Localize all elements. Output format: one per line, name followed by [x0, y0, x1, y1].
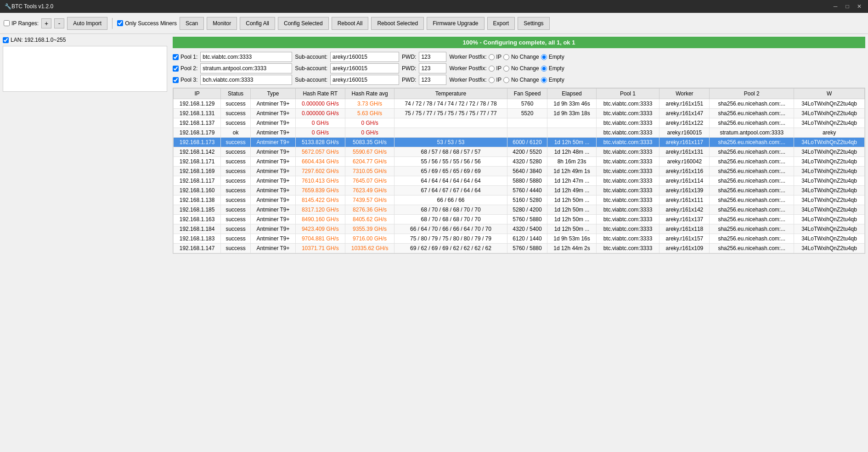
cell-status: success — [221, 176, 251, 186]
pool-1-ip-label[interactable]: IP — [489, 54, 502, 60]
pool-2-checkbox-label[interactable]: Pool 2: — [173, 65, 197, 72]
table-row[interactable]: 192.168.1.147 success Antminer T9+ 10371… — [174, 244, 865, 253]
cell-worker: areky.r161x157 — [659, 234, 710, 244]
ip-ranges-checkbox-label[interactable]: IP Ranges: — [4, 20, 39, 27]
cell-w: 34LoTWxihQnZ2tu4qb — [794, 186, 865, 195]
cell-elapsed: 1d 12h 44m 2s — [547, 244, 596, 253]
pool-1-ip-radio[interactable] — [489, 54, 495, 60]
only-success-miners-checkbox[interactable] — [117, 20, 123, 26]
pool-2-empty-radio[interactable] — [541, 66, 547, 72]
pool-3-ip-label[interactable]: IP — [489, 77, 502, 83]
table-row[interactable]: 192.168.1.142 success Antminer T9+ 5672.… — [174, 147, 865, 157]
pool-2-nochange-radio[interactable] — [503, 66, 509, 72]
table-row[interactable]: 192.168.1.184 success Antminer T9+ 9423.… — [174, 224, 865, 234]
table-row[interactable]: 192.168.1.131 success Antminer T9+ 0.000… — [174, 109, 865, 118]
pool-2-empty-label[interactable]: Empty — [541, 65, 564, 72]
pool-1-checkbox[interactable] — [173, 54, 179, 60]
remove-ip-button[interactable]: - — [54, 18, 64, 28]
export-button[interactable]: Export — [487, 17, 515, 30]
table-row[interactable]: 192.168.1.160 success Antminer T9+ 7659.… — [174, 186, 865, 195]
pool-2-ip-radio[interactable] — [489, 66, 495, 72]
pool-3-checkbox-label[interactable]: Pool 3: — [173, 77, 197, 83]
pool-1-sub-input[interactable] — [330, 52, 399, 62]
pool-3-ip-radio[interactable] — [489, 77, 495, 83]
cell-temp: 74 / 72 / 78 / 74 / 74 / 72 / 72 / 78 / … — [395, 99, 507, 109]
settings-button[interactable]: Settings — [518, 17, 549, 30]
lan-entry-label[interactable]: LAN: 192.168.1.0~255 — [3, 37, 167, 43]
cell-fan — [507, 128, 547, 138]
cell-elapsed: 1d 9h 33m 18s — [547, 109, 596, 118]
table-row[interactable]: 192.168.1.179 ok Antminer T9+ 0 GH/s 0 G… — [174, 128, 865, 138]
pool-2-url-input[interactable] — [200, 63, 292, 73]
cell-status: success — [221, 186, 251, 195]
table-row[interactable]: 192.168.1.137 success Antminer T9+ 0 GH/… — [174, 118, 865, 128]
pool-3-url-input[interactable] — [200, 75, 292, 85]
col-status: Status — [221, 89, 251, 99]
cell-pool1: btc.viabtc.com:3333 — [596, 109, 659, 118]
pool-2-pwd-input[interactable] — [419, 63, 446, 73]
firmware-upgrade-button[interactable]: Firmware Upgrade — [427, 17, 484, 30]
pool-3-pwd-input[interactable] — [419, 75, 446, 85]
cell-ip: 192.168.1.117 — [174, 176, 221, 186]
table-row[interactable]: 192.168.1.183 success Antminer T9+ 9704.… — [174, 234, 865, 244]
table-row[interactable]: 192.168.1.129 success Antminer T9+ 0.000… — [174, 99, 865, 109]
only-success-miners-label[interactable]: Only Success Miners — [117, 20, 177, 27]
pool-1-pwd-input[interactable] — [419, 52, 446, 62]
cell-pool1: btc.viabtc.com:3333 — [596, 186, 659, 195]
cell-pool1: btc.viabtc.com:3333 — [596, 147, 659, 157]
cell-hash-rt: 7610.413 GH/s — [295, 176, 345, 186]
table-row[interactable]: 192.168.1.138 success Antminer T9+ 8145.… — [174, 195, 865, 205]
auto-import-button[interactable]: Auto Import — [67, 17, 107, 30]
pool-1-empty-label[interactable]: Empty — [541, 54, 564, 60]
table-row[interactable]: 192.168.1.185 success Antminer T9+ 8317.… — [174, 205, 865, 215]
cell-hash-avg: 0 GH/s — [345, 128, 395, 138]
cell-pool1: btc.viabtc.com:3333 — [596, 195, 659, 205]
pool-3-empty-label[interactable]: Empty — [541, 77, 564, 83]
pool-2-sub-input[interactable] — [330, 63, 399, 73]
maximize-button[interactable]: □ — [843, 2, 851, 11]
cell-hash-rt: 8145.422 GH/s — [295, 195, 345, 205]
pool-3-sub-input[interactable] — [330, 75, 399, 85]
reboot-selected-button[interactable]: Reboot Selected — [371, 17, 424, 30]
config-selected-button[interactable]: Config Selected — [278, 17, 329, 30]
pool-1-empty-radio[interactable] — [541, 54, 547, 60]
table-row[interactable]: 192.168.1.173 success Antminer T9+ 5133.… — [174, 138, 865, 147]
table-header: IP Status Type Hash Rate RT Hash Rate av… — [174, 89, 865, 99]
config-all-button[interactable]: Config All — [240, 17, 275, 30]
table-container[interactable]: IP Status Type Hash Rate RT Hash Rate av… — [173, 88, 865, 254]
pool-3-checkbox[interactable] — [173, 77, 179, 83]
ip-ranges-checkbox[interactable] — [4, 20, 10, 26]
pool-2-ip-label[interactable]: IP — [489, 65, 502, 72]
cell-ip: 192.168.1.137 — [174, 118, 221, 128]
minimize-button[interactable]: ─ — [831, 2, 840, 11]
table-row[interactable]: 192.168.1.171 success Antminer T9+ 6604.… — [174, 157, 865, 167]
pool-1-worker-postfix: Worker Postfix: IP No Change Empty — [449, 54, 564, 60]
pool-1-nochange-label[interactable]: No Change — [503, 54, 539, 60]
pool-3-empty-radio[interactable] — [541, 77, 547, 83]
table-row[interactable]: 192.168.1.117 success Antminer T9+ 7610.… — [174, 176, 865, 186]
pool-1-url-input[interactable] — [200, 52, 292, 62]
pool-2-nochange-label[interactable]: No Change — [503, 65, 539, 72]
cell-ip: 192.168.1.129 — [174, 99, 221, 109]
pool-3-nochange-label[interactable]: No Change — [503, 77, 539, 83]
cell-pool2: sha256.eu.nicehash.com:... — [710, 215, 794, 224]
reboot-all-button[interactable]: Reboot All — [332, 17, 369, 30]
pool-1-ip-text: IP — [496, 54, 502, 60]
pool-2-checkbox[interactable] — [173, 66, 179, 72]
cell-hash-rt: 0 GH/s — [295, 118, 345, 128]
add-ip-button[interactable]: + — [41, 18, 51, 28]
monitor-button[interactable]: Monitor — [207, 17, 237, 30]
table-row[interactable]: 192.168.1.169 success Antminer T9+ 7297.… — [174, 167, 865, 176]
pool-1-nochange-radio[interactable] — [503, 54, 509, 60]
pool-3-nochange-radio[interactable] — [503, 77, 509, 83]
cell-hash-avg: 5083.35 GH/s — [345, 138, 395, 147]
close-button[interactable]: ✕ — [855, 2, 863, 11]
cell-elapsed: 1d 12h 48m ... — [547, 147, 596, 157]
cell-hash-rt: 10371.71 GH/s — [295, 244, 345, 253]
cell-temp: 67 / 64 / 67 / 67 / 64 / 64 — [395, 186, 507, 195]
pool-2-ip-text: IP — [496, 65, 502, 72]
table-row[interactable]: 192.168.1.163 success Antminer T9+ 8490.… — [174, 215, 865, 224]
pool-1-checkbox-label[interactable]: Pool 1: — [173, 54, 197, 60]
scan-button[interactable]: Scan — [180, 17, 204, 30]
lan-checkbox[interactable] — [3, 37, 9, 43]
